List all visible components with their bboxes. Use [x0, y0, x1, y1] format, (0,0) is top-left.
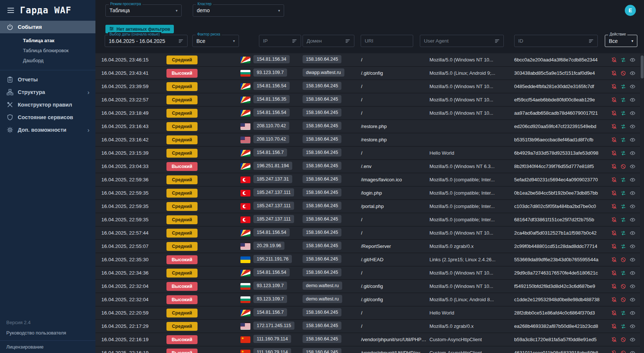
event-row[interactable]: 16.04.2025, 22:16:19 Высокий 111.160.79.… [95, 346, 640, 353]
notifications-off-icon[interactable] [611, 257, 617, 263]
event-row[interactable]: 16.04.2025, 22:17:29 Средний 172.171.245… [95, 320, 640, 333]
event-row[interactable]: 16.04.2025, 23:16:42 Средний 208.110.70.… [95, 133, 640, 147]
notifications-off-icon[interactable] [611, 310, 617, 316]
view-details-icon[interactable] [630, 337, 635, 343]
view-details-icon[interactable] [630, 243, 635, 249]
passed-icon[interactable] [620, 177, 626, 183]
passed-icon[interactable] [620, 110, 626, 116]
notifications-off-icon[interactable] [611, 124, 617, 130]
filter-icon[interactable] [586, 38, 594, 44]
event-row[interactable]: 16.04.2025, 22:57:44 Средний 154.81.156.… [95, 226, 640, 240]
notifications-off-icon[interactable] [611, 164, 617, 169]
event-row[interactable]: 16.04.2025, 23:39:59 Средний 154.81.156.… [95, 80, 640, 93]
sort-icon[interactable] [176, 38, 183, 44]
passed-icon[interactable] [620, 84, 626, 90]
passed-icon[interactable] [620, 190, 626, 196]
sidebar-item-blocks-table[interactable]: Таблица блокировок [0, 46, 95, 56]
notifications-off-icon[interactable] [611, 110, 617, 116]
view-mode-select[interactable]: Режим просмотра Таблица ▾ [105, 4, 182, 17]
event-row[interactable]: 16.04.2025, 22:32:04 Высокий 93.123.109.… [95, 280, 640, 293]
view-details-icon[interactable] [630, 310, 635, 316]
user-manual-link[interactable]: Руководство пользователя [0, 327, 95, 339]
notifications-off-icon[interactable] [611, 323, 617, 329]
sidebar-item-structure[interactable]: Структура › [0, 86, 95, 98]
blocked-icon[interactable] [620, 283, 626, 289]
view-details-icon[interactable] [630, 84, 635, 90]
notifications-off-icon[interactable] [611, 297, 617, 303]
blocked-icon[interactable] [620, 164, 626, 169]
notifications-off-icon[interactable] [611, 97, 617, 103]
event-row[interactable]: 16.04.2025, 23:04:33 Высокий 196.251.81.… [95, 160, 640, 173]
view-details-icon[interactable] [630, 350, 635, 353]
event-row[interactable]: 16.04.2025, 23:15:39 Средний 154.81.156.… [95, 147, 640, 160]
user-avatar[interactable]: E [625, 5, 636, 16]
view-details-icon[interactable] [630, 217, 635, 223]
passed-icon[interactable] [620, 124, 626, 130]
blocked-icon[interactable] [620, 350, 626, 353]
sidebar-item-rule-constructor[interactable]: Конструктор правил [0, 98, 95, 111]
event-row[interactable]: 16.04.2025, 22:59:35 Средний 185.247.137… [95, 200, 640, 213]
date-range-filter[interactable]: Выбор даты (сначала новые) 16.04.2025 - … [105, 35, 188, 47]
view-details-icon[interactable] [630, 257, 635, 263]
id-filter-input[interactable] [518, 38, 586, 44]
event-row[interactable]: 16.04.2025, 23:22:57 Средний 154.81.156.… [95, 93, 640, 107]
passed-icon[interactable] [620, 204, 626, 209]
event-row[interactable]: 16.04.2025, 22:59:35 Средний 185.247.137… [95, 186, 640, 200]
vertical-scrollbar[interactable] [640, 53, 644, 353]
view-details-icon[interactable] [630, 150, 635, 156]
blocked-icon[interactable] [620, 257, 626, 263]
event-row[interactable]: 16.04.2025, 22:59:35 Средний 185.247.137… [95, 213, 640, 226]
notifications-off-icon[interactable] [611, 150, 617, 156]
filter-icon[interactable] [492, 38, 500, 44]
notifications-off-icon[interactable] [611, 350, 617, 353]
filter-icon[interactable] [343, 38, 350, 44]
view-details-icon[interactable] [630, 164, 635, 169]
license-link[interactable]: Лицензирование [0, 341, 95, 353]
notifications-off-icon[interactable] [611, 177, 617, 183]
event-row[interactable]: 16.04.2025, 22:55:07 Средний 20.29.19.96… [95, 240, 640, 253]
passed-icon[interactable] [620, 230, 626, 236]
view-details-icon[interactable] [630, 124, 635, 130]
view-details-icon[interactable] [630, 110, 635, 116]
view-details-icon[interactable] [630, 323, 635, 329]
view-details-icon[interactable] [630, 230, 635, 236]
sidebar-item-service-status[interactable]: Состояние сервисов [0, 111, 95, 124]
passed-icon[interactable] [620, 137, 626, 143]
scrollbar-thumb[interactable] [641, 56, 644, 78]
event-row[interactable]: 16.04.2025, 22:16:19 Высокий 111.160.79.… [95, 333, 640, 346]
view-details-icon[interactable] [630, 177, 635, 183]
event-row[interactable]: 16.04.2025, 22:20:59 Средний 154.81.156.… [95, 306, 640, 320]
sidebar-item-reports[interactable]: Отчеты [0, 73, 95, 86]
view-details-icon[interactable] [630, 204, 635, 209]
view-details-icon[interactable] [630, 70, 635, 76]
notifications-off-icon[interactable] [611, 204, 617, 209]
domain-filter-input[interactable] [307, 38, 343, 44]
passed-icon[interactable] [620, 270, 626, 276]
notifications-off-icon[interactable] [611, 270, 617, 276]
notifications-off-icon[interactable] [611, 84, 617, 90]
passed-icon[interactable] [620, 323, 626, 329]
user-agent-filter-input[interactable] [424, 38, 492, 44]
notifications-off-icon[interactable] [611, 243, 617, 249]
passed-icon[interactable] [620, 150, 626, 156]
sidebar-item-extra-features[interactable]: Доп. возможности › [0, 124, 95, 136]
blocked-icon[interactable] [620, 70, 626, 76]
ip-filter-input[interactable] [263, 38, 290, 44]
notifications-off-icon[interactable] [611, 230, 617, 236]
event-row[interactable]: 16.04.2025, 22:35:30 Высокий 195.211.191… [95, 253, 640, 266]
passed-icon[interactable] [620, 57, 626, 63]
notifications-off-icon[interactable] [611, 137, 617, 143]
menu-toggle-icon[interactable] [7, 7, 15, 14]
event-row[interactable]: 16.04.2025, 23:18:49 Средний 154.81.156.… [95, 107, 640, 120]
event-row[interactable]: 16.04.2025, 23:46:15 Средний 154.81.156.… [95, 53, 640, 67]
filter-icon[interactable] [290, 38, 297, 44]
sidebar-item-attacks-table[interactable]: Таблица атак [0, 36, 95, 46]
notifications-off-icon[interactable] [611, 70, 617, 76]
blocked-icon[interactable] [620, 337, 626, 343]
view-details-icon[interactable] [630, 137, 635, 143]
event-row[interactable]: 16.04.2025, 23:16:43 Средний 208.110.70.… [95, 120, 640, 133]
blocked-icon[interactable] [620, 297, 626, 303]
event-row[interactable]: 16.04.2025, 23:43:41 Высокий 93.123.109.… [95, 67, 640, 80]
notifications-off-icon[interactable] [611, 190, 617, 196]
notifications-off-icon[interactable] [611, 217, 617, 223]
